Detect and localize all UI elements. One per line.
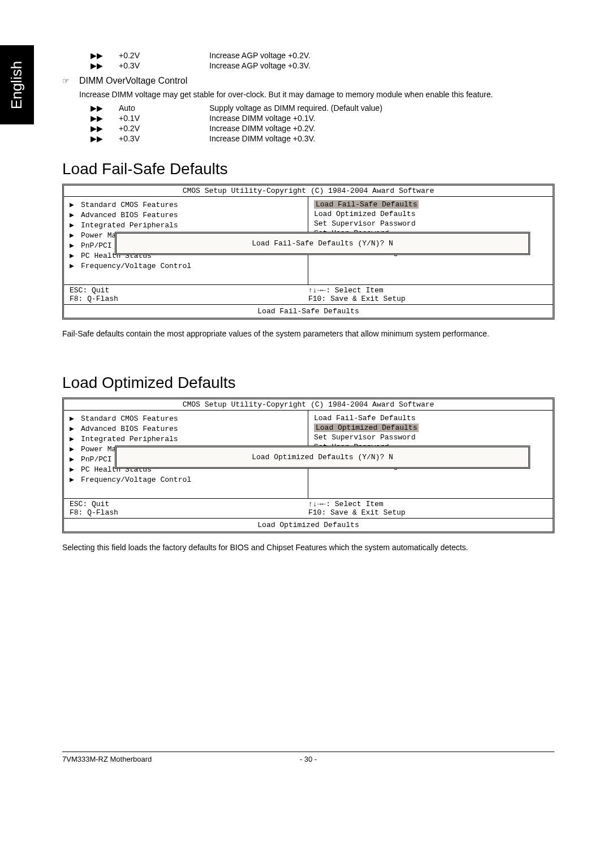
bios-dialog[interactable]: Load Fail-Safe Defaults (Y/N)? N	[115, 232, 530, 255]
key-arrows: ↑↓→←: Select Item	[308, 500, 547, 508]
voltage-line: ▶▶ +0.3V Increase AGP voltage +0.3V.	[62, 61, 554, 70]
key-esc: ESC: Quit	[70, 286, 308, 295]
key-esc: ESC: Quit	[70, 500, 308, 508]
bios-dialog[interactable]: Load Optimized Defaults (Y/N)? N	[115, 446, 530, 469]
marker-icon: ▶▶	[62, 103, 119, 113]
voltage-value: Auto	[119, 103, 209, 113]
dimm-voltage-options: ▶▶ Auto Supply voltage as DIMM required.…	[62, 103, 554, 143]
dialog-text: Load Fail-Safe Defaults (Y/N)? N	[252, 239, 393, 248]
bios-footer-keys: ESC: Quit F8: Q-Flash ↑↓→←: Select Item …	[64, 284, 553, 304]
bios-menu-item[interactable]: Load Optimized Defaults	[314, 210, 415, 218]
bios-header: CMOS Setup Utility-Copyright (C) 1984-20…	[64, 185, 553, 197]
dimm-desc: Increase DIMM voltage may get stable for…	[79, 89, 554, 101]
bios-footer-status: Load Fail-Safe Defaults	[64, 304, 553, 318]
dimm-section-header: ☞ DIMM OverVoltage Control	[62, 76, 554, 86]
bios-menu-item[interactable]: Standard CMOS Features	[81, 201, 178, 209]
voltage-desc: Supply voltage as DIMM required. (Defaul…	[209, 103, 554, 113]
voltage-line: ▶▶ +0.3V Increase DIMM voltage +0.3V.	[62, 134, 554, 143]
bios-menu-item[interactable]: Frequency/Voltage Control	[81, 262, 191, 270]
voltage-value: +0.3V	[119, 61, 209, 70]
bios-menu-item[interactable]: Set Supervisor Password	[314, 219, 415, 228]
voltage-desc: Increase AGP voltage +0.3V.	[209, 61, 554, 70]
page-footer: 7VM333M-RZ Motherboard - 30 -	[62, 752, 554, 766]
marker-icon: ▶▶	[62, 51, 119, 60]
key-arrows: ↑↓→←: Select Item	[308, 286, 547, 295]
key-f10: F10: Save & Exit Setup	[308, 508, 547, 517]
footer-pagenum: - 30 -	[300, 755, 317, 763]
voltage-line: ▶▶ +0.1V Increase DIMM voltage +0.1V.	[62, 114, 554, 123]
dimm-title: DIMM OverVoltage Control	[79, 76, 187, 86]
hand-icon: ☞	[62, 76, 79, 85]
section1-after: Fail-Safe defaults contain the most appr…	[62, 328, 554, 340]
marker-icon: ▶▶	[62, 134, 119, 143]
bios-menu-item[interactable]: Load Fail-Safe Defaults	[314, 414, 415, 422]
bios-menu-item[interactable]: Frequency/Voltage Control	[81, 476, 191, 484]
side-tab: English	[0, 45, 34, 124]
section1-title: Load Fail-Safe Defaults	[62, 160, 554, 178]
bios-footer-keys: ESC: Quit F8: Q-Flash ↑↓→←: Select Item …	[64, 498, 553, 518]
key-f8: F8: Q-Flash	[70, 508, 308, 517]
agp-voltage-options: ▶▶ +0.2V Increase AGP voltage +0.2V. ▶▶ …	[62, 51, 554, 70]
voltage-desc: Increase DIMM voltage +0.3V.	[209, 134, 554, 143]
voltage-line: ▶▶ +0.2V Increase AGP voltage +0.2V.	[62, 51, 554, 60]
bios-menu-item[interactable]: Advanced BIOS Features	[81, 211, 178, 219]
voltage-desc: Increase DIMM voltage +0.2V.	[209, 124, 554, 133]
section2-title: Load Optimized Defaults	[62, 374, 554, 392]
marker-icon: ▶▶	[62, 61, 119, 70]
voltage-value: +0.2V	[119, 51, 209, 60]
footer-left: 7VM333M-RZ Motherboard	[62, 755, 152, 763]
side-tab-label: English	[8, 61, 26, 109]
voltage-desc: Increase DIMM voltage +0.1V.	[209, 114, 554, 123]
bios-screen-failsafe: CMOS Setup Utility-Copyright (C) 1984-20…	[62, 184, 554, 319]
bios-menu-item-selected[interactable]: Load Fail-Safe Defaults	[314, 200, 419, 209]
key-f8: F8: Q-Flash	[70, 295, 308, 303]
bios-menu-item[interactable]: Integrated Peripherals	[81, 435, 178, 443]
bios-menu-item[interactable]: Standard CMOS Features	[81, 414, 178, 423]
voltage-value: +0.1V	[119, 114, 209, 123]
bios-footer-status: Load Optimized Defaults	[64, 518, 553, 532]
voltage-line: ▶▶ +0.2V Increase DIMM voltage +0.2V.	[62, 124, 554, 133]
key-f10: F10: Save & Exit Setup	[308, 295, 547, 303]
bios-menu-item[interactable]: Advanced BIOS Features	[81, 425, 178, 433]
bios-menu-item[interactable]: Integrated Peripherals	[81, 221, 178, 230]
voltage-value: +0.3V	[119, 134, 209, 143]
dialog-text: Load Optimized Defaults (Y/N)? N	[252, 453, 393, 461]
marker-icon: ▶▶	[62, 114, 119, 123]
bios-header: CMOS Setup Utility-Copyright (C) 1984-20…	[64, 399, 553, 411]
bios-menu-item-selected[interactable]: Load Optimized Defaults	[314, 424, 419, 432]
bios-menu-item[interactable]: Set Supervisor Password	[314, 433, 415, 442]
voltage-line: ▶▶ Auto Supply voltage as DIMM required.…	[62, 103, 554, 113]
bios-screen-optimized: CMOS Setup Utility-Copyright (C) 1984-20…	[62, 398, 554, 533]
voltage-desc: Increase AGP voltage +0.2V.	[209, 51, 554, 60]
voltage-value: +0.2V	[119, 124, 209, 133]
section2-after: Selecting this field loads the factory d…	[62, 542, 554, 554]
marker-icon: ▶▶	[62, 124, 119, 133]
